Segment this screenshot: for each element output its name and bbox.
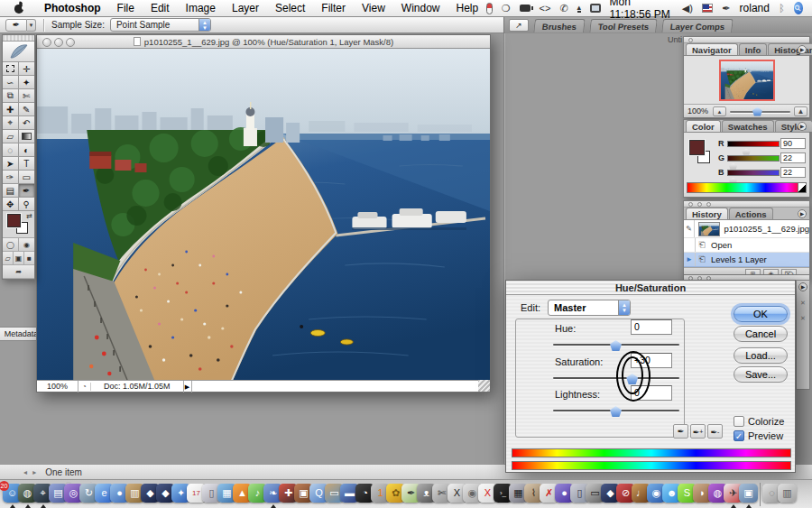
- history-source-well[interactable]: [684, 238, 696, 252]
- us-flag-icon[interactable]: [702, 4, 713, 13]
- notes-tool[interactable]: ▤: [3, 184, 19, 198]
- tab-info[interactable]: Info: [739, 43, 767, 55]
- ink-icon[interactable]: ✒: [722, 0, 730, 17]
- rect-marquee-tool[interactable]: [3, 62, 19, 76]
- history-brush-tool[interactable]: ↶: [19, 116, 35, 130]
- standard-mode-button[interactable]: ◯: [3, 238, 19, 251]
- palette-menu-icon[interactable]: ▶: [798, 282, 807, 291]
- move-tool[interactable]: ✛: [19, 62, 35, 76]
- dodge-tool[interactable]: ◐: [19, 143, 35, 157]
- bluetooth-icon[interactable]: ᛒ: [779, 0, 785, 17]
- fullscreen-button[interactable]: ■: [24, 252, 34, 264]
- eyedropper-button[interactable]: ✒: [673, 424, 688, 439]
- gradient-tool[interactable]: [19, 130, 35, 143]
- eyedropper-minus-button[interactable]: ✒-: [707, 424, 723, 439]
- zoom-button[interactable]: [66, 38, 75, 47]
- menu-edit[interactable]: Edit: [143, 0, 178, 17]
- channel-g-value[interactable]: 22: [780, 152, 806, 163]
- magic-wand-tool[interactable]: ✦: [19, 76, 35, 89]
- palette-menu-icon[interactable]: ▶: [798, 122, 807, 131]
- channel-b-slider[interactable]: [727, 170, 780, 176]
- standard-screen-button[interactable]: ▱: [3, 252, 14, 264]
- menu-filter[interactable]: Filter: [313, 0, 354, 17]
- tab-actions[interactable]: Actions: [729, 208, 773, 219]
- history-brush-source-icon[interactable]: ✎: [684, 220, 695, 237]
- crop-tool[interactable]: ⧉: [3, 89, 19, 103]
- close-button[interactable]: [42, 38, 51, 47]
- cancel-button[interactable]: Cancel: [734, 326, 788, 342]
- menu-clock[interactable]: Mon 11:18:56 PM: [610, 0, 673, 21]
- edit-popup[interactable]: Master ▲▼: [548, 300, 631, 316]
- zoom-tool[interactable]: ⚲: [19, 198, 35, 211]
- tool-palette-grip[interactable]: [3, 35, 34, 42]
- zoom-in-button[interactable]: ▲: [794, 106, 807, 116]
- tab-history[interactable]: History: [686, 208, 728, 219]
- spotlight-icon[interactable]: ⚲: [794, 2, 803, 14]
- palette-menu-icon[interactable]: ▶: [798, 209, 807, 218]
- navigator-slider-thumb[interactable]: [752, 107, 762, 116]
- navigator-zoom-field[interactable]: 100%: [684, 106, 711, 115]
- channel-g-slider[interactable]: [727, 155, 780, 162]
- eyedropper-plus-button[interactable]: ✒+: [690, 424, 706, 439]
- clone-stamp-tool[interactable]: ⌖: [3, 116, 19, 130]
- pill-status-icon[interactable]: [486, 3, 492, 14]
- palette-close-icon[interactable]: [688, 202, 693, 207]
- menu-photoshop[interactable]: Photoshop: [36, 0, 109, 17]
- ok-button[interactable]: OK: [734, 306, 788, 322]
- lasso-tool[interactable]: ∽: [3, 76, 19, 89]
- user-menu[interactable]: roland: [740, 2, 770, 14]
- bw-ramp-corner[interactable]: [798, 183, 806, 192]
- navigator-zoom-slider[interactable]: [728, 106, 792, 116]
- history-state-open[interactable]: ⎗ Open: [684, 238, 809, 253]
- palette-minimize-icon[interactable]: [697, 202, 702, 207]
- nav-arrows-icon[interactable]: ◂ ▸: [23, 468, 38, 476]
- status-flyout-button[interactable]: ▶: [183, 381, 192, 393]
- palette-close-icon[interactable]: [688, 38, 693, 42]
- eraser-tool[interactable]: ▱: [3, 130, 19, 143]
- palette-zoom-icon[interactable]: [706, 202, 711, 207]
- menu-window[interactable]: Window: [393, 0, 448, 17]
- display-icon[interactable]: [590, 4, 600, 13]
- file-browser-button[interactable]: ↗: [509, 19, 529, 32]
- zoom-out-button[interactable]: ▲: [713, 106, 726, 116]
- path-selection-tool[interactable]: ➤: [3, 157, 19, 171]
- dock-screen-captures-icon[interactable]: ▣: [741, 483, 756, 506]
- tab-swatches[interactable]: Swatches: [722, 120, 774, 132]
- lightness-slider[interactable]: [553, 404, 679, 416]
- fullscreen-menu-button[interactable]: ▣: [14, 252, 24, 264]
- history-titlebar[interactable]: [684, 201, 809, 208]
- tab-navigator[interactable]: Navigator: [686, 43, 738, 55]
- foreground-color-swatch[interactable]: [7, 214, 21, 227]
- blur-tool[interactable]: ◌: [3, 143, 19, 157]
- battery-icon[interactable]: [520, 5, 531, 12]
- navigator-thumbnail[interactable]: [719, 60, 775, 101]
- shape-tool[interactable]: ▭: [19, 171, 35, 184]
- chat-icon[interactable]: ❍: [502, 0, 511, 17]
- dialog-titlebar[interactable]: Hue/Saturation: [506, 281, 795, 295]
- menu-view[interactable]: View: [354, 0, 393, 17]
- history-current-marker[interactable]: ►: [684, 253, 696, 266]
- quick-mask-button[interactable]: ◉: [19, 238, 34, 251]
- minimize-button[interactable]: [54, 38, 63, 47]
- colorize-checkbox[interactable]: [734, 416, 744, 427]
- menu-image[interactable]: Image: [178, 0, 224, 17]
- current-tool-icon[interactable]: ✒: [5, 19, 27, 32]
- history-state-levels[interactable]: ► ⎗ Levels 1 Layer: [684, 253, 809, 267]
- document-resize-grip[interactable]: [478, 380, 490, 392]
- zoom-percent-field[interactable]: 100%: [37, 381, 78, 393]
- eyedropper-tool[interactable]: ✒: [19, 184, 35, 198]
- sample-size-popup[interactable]: Point Sample ▲▼: [110, 18, 211, 32]
- channel-b-value[interactable]: 22: [780, 167, 806, 178]
- hue-slider[interactable]: [553, 338, 679, 350]
- eject-icon[interactable]: ▴: [577, 5, 582, 13]
- menu-help[interactable]: Help: [448, 0, 487, 17]
- phone-icon[interactable]: ✆: [559, 0, 567, 17]
- imageready-button[interactable]: ➦: [3, 265, 34, 278]
- healing-brush-tool[interactable]: ✚: [3, 103, 19, 116]
- brush-tool[interactable]: ✎: [19, 103, 35, 116]
- apple-menu-icon[interactable]: [14, 3, 23, 14]
- lightness-slider-thumb[interactable]: [610, 406, 622, 417]
- speaker-icon[interactable]: ◀): [682, 0, 693, 17]
- channel-r-value[interactable]: 90: [780, 138, 806, 149]
- menu-select[interactable]: Select: [267, 0, 313, 17]
